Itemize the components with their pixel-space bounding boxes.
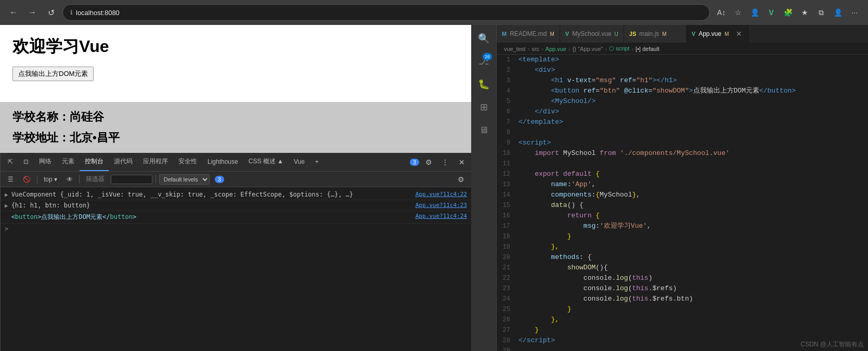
favorites-button[interactable]: ★ <box>797 5 812 20</box>
school-info: 学校名称：尚硅谷 学校地址：北京•昌平 <box>0 102 471 153</box>
devtools-tabs: ⇱ ⊡ 网络 元素 控制台 源代码 应用程序 安全性 Lighthouse CS… <box>1 153 471 172</box>
code-editor[interactable]: 1<template> 2 <div> 3 <h1 v-text="msg" r… <box>497 55 868 351</box>
code-line-5: 5 <MySchool/> <box>497 96 868 107</box>
source-control-badge: 26 <box>483 53 492 60</box>
toolbar-sep-3 <box>156 175 156 184</box>
levels-badge: 3 <box>215 176 224 183</box>
code-line-6: 6 </div> <box>497 107 868 117</box>
back-button[interactable]: ← <box>6 5 21 20</box>
toolbar-sep-2 <box>79 175 80 184</box>
code-line-16: 16 return { <box>497 211 868 221</box>
tab-icon-mainjs: JS <box>629 31 636 37</box>
console-top-dropdown[interactable]: top ▾ <box>41 175 60 184</box>
code-line-21: 21 showDOM(){ <box>497 263 868 273</box>
top-label: top <box>44 176 53 183</box>
code-line-24: 24 console.log(this.$refs.btn) <box>497 294 868 304</box>
console-link-1[interactable]: App.vue?11c4:23 <box>416 202 467 209</box>
console-link-0[interactable]: App.vue?11c4:22 <box>416 191 467 198</box>
profile-button[interactable]: 👤 <box>747 5 762 20</box>
tab-application[interactable]: 应用程序 <box>138 153 173 171</box>
console-levels-select[interactable]: Default levels <box>159 174 210 185</box>
tab-lighthouse[interactable]: Lighthouse <box>202 153 243 171</box>
code-line-22: 22 console.log(this) <box>497 273 868 283</box>
code-line-9: 9<script> <box>497 138 868 148</box>
console-input-row[interactable]: > <box>1 224 471 234</box>
editor-tabs: M README.md M V MySchool.vue U JS main.j… <box>497 25 868 43</box>
tab-appvue-close[interactable]: ✕ <box>735 30 743 38</box>
console-row-0[interactable]: ▶ VueComponent {_uid: 1, _isVue: true, _… <box>1 189 471 200</box>
console-output: ▶ VueComponent {_uid: 1, _isVue: true, _… <box>1 187 471 351</box>
console-filter-input[interactable] <box>111 175 152 184</box>
filter-label: 筛选器 <box>83 174 108 185</box>
school-name: 学校名称：尚硅谷 <box>12 109 459 125</box>
more-button[interactable]: ··· <box>847 5 862 20</box>
tab-icon-appvue: V <box>692 31 695 37</box>
address-bar[interactable]: ℹ localhost:8080 <box>62 4 710 21</box>
console-sidebar-btn[interactable]: ☰ <box>5 175 17 184</box>
bookmark-star-button[interactable]: ☆ <box>731 5 745 20</box>
tab-readme-label: README.md <box>510 30 547 37</box>
school-address: 学校地址：北京•昌平 <box>12 130 459 146</box>
activity-search[interactable]: 🔍 <box>474 29 493 48</box>
forward-button[interactable]: → <box>25 5 40 20</box>
tab-vue[interactable]: Vue <box>289 153 310 171</box>
extension-v-button[interactable]: V <box>764 5 779 20</box>
console-row-2[interactable]: ▶ <button>点我输出上方DOM元素</button> App.vue?1… <box>1 211 471 224</box>
browser-viewport: 欢迎学习Vue 点我输出上方DOM元素 学校名称：尚硅谷 学校地址：北京•昌平 <box>0 25 471 153</box>
code-line-15: 15 data() { <box>497 200 868 211</box>
tab-myschool-status: U <box>615 31 618 37</box>
console-toolbar: ☰ 🚫 top ▾ 👁 筛选器 Default levels 3 ⚙ <box>1 172 471 187</box>
tab-security[interactable]: 安全性 <box>173 153 202 171</box>
tab-app-vue[interactable]: V App.vue M ✕ <box>686 25 749 43</box>
tab-device[interactable]: ⊡ <box>18 153 34 171</box>
tab-myschool-vue[interactable]: V MySchool.vue U <box>560 25 624 43</box>
devtools-panel: ⇱ ⊡ 网络 元素 控制台 源代码 应用程序 安全性 Lighthouse CS… <box>0 153 471 351</box>
devtools-settings-btn[interactable]: ⚙ <box>421 155 436 170</box>
tab-css-overview[interactable]: CSS 概述 ▲ <box>243 153 289 171</box>
tab-main-js[interactable]: JS main.js M <box>624 25 686 43</box>
browser-chrome: ← → ↺ ℹ localhost:8080 A↕ ☆ 👤 V 🧩 ★ ⧉ 👤 … <box>0 0 868 25</box>
devtools-more-btn[interactable]: ⋮ <box>438 155 452 170</box>
code-line-27: 27 } <box>497 325 868 335</box>
console-toolbar-settings[interactable]: ⚙ <box>455 173 467 186</box>
console-clear-btn[interactable]: 🚫 <box>20 175 34 184</box>
devtools-tab-actions: 3 ⚙ ⋮ ✕ <box>410 155 469 170</box>
activity-source-control[interactable]: ⎇ 26 <box>474 52 493 71</box>
refresh-button[interactable]: ↺ <box>44 5 58 20</box>
translate-button[interactable]: A↕ <box>714 5 729 20</box>
console-row-1[interactable]: ▶ {h1: h1, btn: button} App.vue?11c4:23 <box>1 200 471 211</box>
devtools-close-btn[interactable]: ✕ <box>455 155 469 170</box>
activity-remote[interactable]: 🖥 <box>474 121 493 139</box>
code-line-2: 2 <div> <box>497 65 868 75</box>
extension-puzzle-button[interactable]: 🧩 <box>781 5 795 20</box>
show-dom-button[interactable]: 点我输出上方DOM元素 <box>12 67 94 81</box>
code-line-10: 10 import MySchool from './components/My… <box>497 148 868 159</box>
console-prompt: > <box>5 225 8 232</box>
console-text-1: {h1: h1, btn: button} <box>11 202 411 209</box>
main-layout: 欢迎学习Vue 点我输出上方DOM元素 学校名称：尚硅谷 学校地址：北京•昌平 … <box>0 25 868 351</box>
tab-appvue-label: App.vue <box>698 30 721 37</box>
code-line-7: 7</template> <box>497 117 868 127</box>
profile-avatar-button[interactable]: 👤 <box>831 5 845 20</box>
tab-readme-md[interactable]: M README.md M <box>497 25 560 43</box>
tab-mainjs-status: M <box>662 31 666 37</box>
tab-icon-myschool: V <box>565 31 569 37</box>
code-line-8: 8 <box>497 127 868 138</box>
collections-button[interactable]: ⧉ <box>814 5 828 20</box>
page-title: 欢迎学习Vue <box>12 35 459 58</box>
tab-console[interactable]: 控制台 <box>80 153 109 171</box>
activity-debug[interactable]: 🐛 <box>474 75 493 94</box>
browser-actions: A↕ ☆ 👤 V 🧩 ★ ⧉ 👤 ··· <box>714 5 862 20</box>
console-link-2[interactable]: App.vue?11c4:24 <box>416 213 467 219</box>
tab-icon-readme: M <box>502 31 507 37</box>
tab-sources[interactable]: 源代码 <box>109 153 138 171</box>
tab-inspect[interactable]: ⇱ <box>3 153 18 171</box>
tab-add[interactable]: + <box>310 153 324 171</box>
console-eye-btn[interactable]: 👁 <box>63 175 76 184</box>
url-text: localhost:8080 <box>76 9 702 17</box>
activity-extensions[interactable]: ⊞ <box>474 98 493 116</box>
tab-elements[interactable]: 元素 <box>57 153 80 171</box>
lock-icon: ℹ <box>70 9 73 16</box>
tab-network[interactable]: 网络 <box>34 153 57 171</box>
code-line-26: 26 }, <box>497 315 868 325</box>
